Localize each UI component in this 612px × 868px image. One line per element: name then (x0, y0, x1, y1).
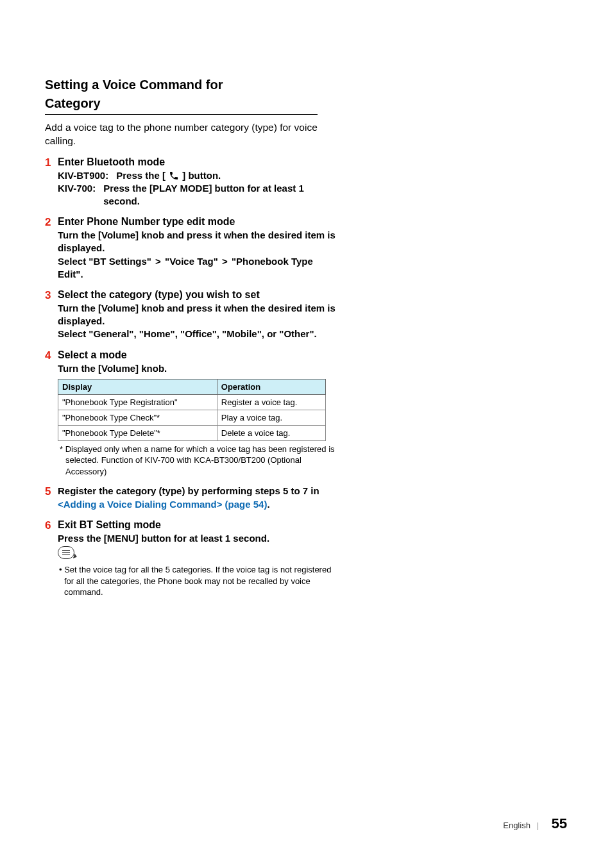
step-1-line2: KIV-700: Press the [PLAY MODE] button fo… (58, 182, 340, 208)
footer-page-number: 55 (552, 815, 567, 831)
display-operation-table: Display Operation "Phonebook Type Regist… (58, 379, 326, 441)
step-6-body1: Press the [MENU] button for at least 1 s… (58, 532, 340, 545)
step-1-kv2-value: Press the [PLAY MODE] button for at leas… (103, 182, 340, 208)
step-6: 6 Exit BT Setting mode Press the [MENU] … (45, 519, 340, 598)
table-row: "Phonebook Type Registration" Register a… (58, 394, 326, 410)
step-3-number: 3 (45, 288, 51, 302)
step-1-kv1-text-b: ] button. (182, 170, 221, 181)
section-title-line1: Setting a Voice Command for (45, 77, 340, 93)
table-row: "Phonebook Type Check"* Play a voice tag… (58, 410, 326, 425)
step-2-head: Enter Phone Number type edit mode (58, 215, 340, 229)
footer-separator: | (537, 821, 539, 830)
cell-r2c1: "Phonebook Type Check"* (58, 410, 217, 425)
step-5-body: Register the category (type) by performi… (58, 485, 340, 511)
step-1-kv2-label: KIV-700: (58, 182, 96, 208)
step-4-body1: Turn the [Volume] knob. (58, 362, 340, 375)
cell-r3c1: "Phonebook Type Delete"* (58, 425, 217, 440)
step-5: 5 Register the category (type) by perfor… (45, 485, 340, 511)
cell-r1c1: "Phonebook Type Registration" (58, 394, 217, 410)
step-4-footnote: * Displayed only when a name for which a… (58, 444, 340, 478)
phone-icon (168, 171, 180, 181)
table-header-row: Display Operation (58, 379, 326, 394)
step-6-head: Exit BT Setting mode (58, 519, 340, 532)
section-title-line2: Category (45, 96, 340, 112)
footer-lang: English (503, 821, 531, 830)
step-3-body1: Turn the [Volume] knob and press it when… (58, 302, 340, 328)
cell-r3c2: Delete a voice tag. (217, 425, 325, 440)
step-5-link[interactable]: <Adding a Voice Dialing Command> (page 5… (58, 499, 267, 510)
step-2-body2b: "Voice Tag" (165, 256, 218, 267)
step-4: 4 Select a mode Turn the [Volume] knob. … (45, 349, 340, 478)
th-operation: Operation (217, 379, 325, 394)
step-6-note: • Set the voice tag for all the 5 catego… (58, 564, 340, 598)
step-6-number: 6 (45, 519, 51, 532)
step-2-body2a: Select "BT Settings" (58, 256, 151, 267)
step-5-text-a: Register the category (type) by performi… (58, 485, 319, 496)
step-4-head: Select a mode (58, 349, 340, 362)
step-2: 2 Enter Phone Number type edit mode Turn… (45, 215, 340, 281)
chevron-right-icon: > (154, 256, 162, 267)
table-row: "Phonebook Type Delete"* Delete a voice … (58, 425, 326, 440)
step-1-number: 1 (45, 156, 51, 169)
step-1-line1: KIV-BT900: Press the [ ] button. (58, 169, 340, 182)
step-3-body2: Select "General", "Home", "Office", "Mob… (58, 328, 340, 340)
step-1-head: Enter Bluetooth mode (58, 156, 340, 169)
cell-r1c2: Register a voice tag. (217, 394, 325, 410)
chevron-right-icon: > (221, 256, 229, 267)
section-rule (45, 114, 318, 115)
cell-r2c2: Play a voice tag. (217, 410, 325, 425)
note-icon (58, 546, 74, 559)
section-intro: Add a voice tag to the phone number cate… (45, 121, 340, 148)
page-footer: English | 55 (503, 815, 567, 832)
step-1-kv1-value: Press the [ ] button. (116, 169, 221, 182)
th-display: Display (58, 379, 217, 394)
step-1-kv1-label: KIV-BT900: (58, 169, 108, 182)
step-1: 1 Enter Bluetooth mode KIV-BT900: Press … (45, 156, 340, 208)
step-2-number: 2 (45, 215, 51, 229)
step-5-number: 5 (45, 485, 51, 498)
step-3: 3 Select the category (type) you wish to… (45, 288, 340, 341)
step-2-body1: Turn the [Volume] knob and press it when… (58, 229, 340, 255)
step-5-text-b: . (267, 499, 269, 510)
step-2-body2: Select "BT Settings" > "Voice Tag" > "Ph… (58, 255, 340, 281)
step-4-number: 4 (45, 349, 51, 362)
step-1-kv1-text-a: Press the [ (116, 170, 166, 181)
step-3-head: Select the category (type) you wish to s… (58, 288, 340, 302)
